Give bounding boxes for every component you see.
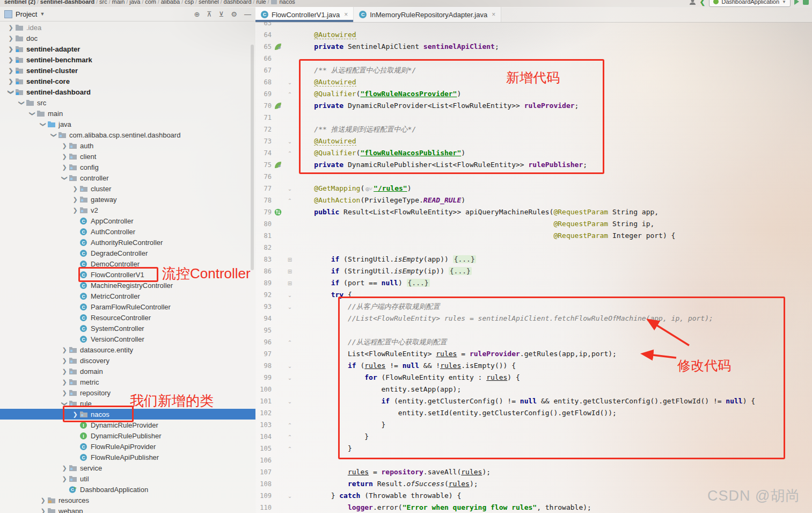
chevron-collapsed-icon[interactable]: ❯ [71,196,79,203]
code-line-65[interactable]: 65 private SentinelApiClient sentinelApi… [255,41,812,53]
tree-item-sentinel-dashboard[interactable]: ❯sentinel-dashboard [0,86,255,97]
breadcrumb-item[interactable]: alibaba [161,0,180,5]
chevron-collapsed-icon[interactable]: ❯ [60,475,69,482]
fold-marker-icon[interactable]: ⌄ [283,363,296,369]
chevron-collapsed-icon[interactable]: ❯ [60,389,69,396]
tree-item-nacos[interactable]: ❯nacos [0,409,255,420]
code-line-86[interactable]: 86⊞ if (StringUtil.isEmpty(ip)) {...} [255,265,812,277]
code-line-96[interactable]: 96⌃ //从远程配置中心获取规则配置 [255,336,812,348]
fold-marker-icon[interactable]: ⌄ [283,139,296,144]
code-line-100[interactable]: 100 entity.setApp(app); [255,384,812,395]
project-panel-title[interactable]: Project [16,10,37,18]
tree-item-flowruleapiprovider[interactable]: ❯CFlowRuleApiProvider [0,441,255,452]
tree-item-resources[interactable]: ❯resources [0,495,255,505]
chevron-collapsed-icon[interactable]: ❯ [71,185,79,192]
chevron-expanded-icon[interactable]: ❯ [29,109,36,118]
code-line-80[interactable]: 80 @RequestParam String ip, [255,218,812,230]
chevron-collapsed-icon[interactable]: ❯ [71,207,79,214]
code-line-69[interactable]: 69⌃ @Qualifier("flowRuleNacosProvider") [255,88,812,100]
code-line-72[interactable]: 72 /** 推送规则到远程配置中心*/ [255,124,812,135]
breadcrumb-item[interactable]: rule [256,0,266,5]
code-line-105[interactable]: 105⌃ } [255,443,812,454]
chevron-collapsed-icon[interactable]: ❯ [60,379,69,386]
code-line-107[interactable]: 107 rules = repository.saveAll(rules); [255,466,812,478]
chevron-collapsed-icon[interactable]: ❯ [60,357,69,364]
code-line-71[interactable]: 71 [255,112,812,124]
fold-marker-icon[interactable]: ⌃ [283,198,296,204]
tree-item-java[interactable]: ❯java [0,119,255,129]
code-line-101[interactable]: 101⌄ if (entity.getClusterConfig() != nu… [255,395,812,407]
run-configuration-select[interactable]: DashboardApplication ▼ [709,0,791,7]
tree-item-versioncontroller[interactable]: ❯CVersionController [0,334,255,344]
chevron-collapsed-icon[interactable]: ❯ [71,411,79,418]
chevron-collapsed-icon[interactable]: ❯ [6,24,15,31]
settings-gear-icon[interactable]: ⚙ [231,10,237,18]
chevron-collapsed-icon[interactable]: ❯ [60,164,69,171]
tab-flowcontrollerv1[interactable]: C FlowControllerV1.java × [255,7,354,22]
tree-item-appcontroller[interactable]: ❯CAppController [0,215,255,226]
tree-item-metriccontroller[interactable]: ❯CMetricController [0,291,255,301]
chevron-expanded-icon[interactable]: ❯ [40,120,47,128]
code-line-93[interactable]: 93⌄ //从客户端内存获取规则配置 [255,301,812,313]
breadcrumb-item[interactable]: csp [185,0,194,5]
breadcrumb-item[interactable]: java [129,0,140,5]
tree-item-authorityrulecontroller[interactable]: ❯CAuthorityRuleController [0,237,255,248]
chevron-expanded-icon[interactable]: ❯ [8,88,14,96]
folded-block-chip[interactable]: {...} [449,267,472,275]
code-line-103[interactable]: 103⌃ } [255,419,812,431]
tree-item-util[interactable]: ❯util [0,473,255,484]
locate-file-icon[interactable]: ⊕ [194,10,200,18]
tree-item-src[interactable]: ❯src [0,97,255,108]
close-tab-icon[interactable]: × [344,11,348,18]
tab-inmemoryrulerepositoryadapter[interactable]: C InMemoryRuleRepositoryAdapter.java × [354,7,501,22]
chevron-collapsed-icon[interactable]: ❯ [6,67,15,74]
tree-item-flowcontrollerv1[interactable]: ❯CFlowControllerV1 [0,269,255,280]
tree-item-domain[interactable]: ❯domain [0,366,255,377]
fold-marker-icon[interactable]: ⌄ [283,375,296,381]
code-line-92[interactable]: 92⌄ try { [255,289,812,301]
code-line-66[interactable]: 66 [255,53,812,64]
tree-item-auth[interactable]: ❯auth [0,140,255,151]
collapse-all-icon[interactable]: ⊻ [219,10,224,18]
run-button[interactable] [794,0,799,5]
code-line-76[interactable]: 76 [255,171,812,183]
chevron-collapsed-icon[interactable]: ❯ [6,35,15,42]
tree-item-v2[interactable]: ❯v2 [0,205,255,215]
code-line-109[interactable]: 109⌄ } catch (Throwable throwable) { [255,490,812,502]
code-line-94[interactable]: 94 //List<FlowRuleEntity> rules = sentin… [255,313,812,324]
chevron-collapsed-icon[interactable]: ❯ [60,153,69,160]
tree-item--idea[interactable]: ❯.idea [0,22,255,33]
tree-item-machineregistrycontroller[interactable]: ❯CMachineRegistryController [0,280,255,291]
code-editor[interactable]: 6364 @Autowired65 private SentinelApiCli… [255,17,812,513]
fold-marker-icon[interactable]: ⌃ [283,150,296,156]
chevron-expanded-icon[interactable]: ❯ [61,174,68,182]
fold-marker-icon[interactable]: ⌄ [283,80,296,85]
code-line-108[interactable]: 108 return Result.ofSuccess(rules); [255,478,812,490]
code-line-97[interactable]: 97 List<FlowRuleEntity> rules = ruleProv… [255,348,812,360]
chevron-collapsed-icon[interactable]: ❯ [60,142,69,149]
tree-item-com-alibaba-csp-sentinel-dashboard[interactable]: ❯com.alibaba.csp.sentinel.dashboard [0,129,255,140]
chevron-collapsed-icon[interactable]: ❯ [60,465,69,472]
tree-item-dashboardapplication[interactable]: ❯CDashboardApplication [0,484,255,495]
tree-item-config[interactable]: ❯config [0,162,255,172]
tree-item-sentinel-core[interactable]: ❯sentinel-core [0,76,255,86]
chevron-collapsed-icon[interactable]: ❯ [6,78,15,85]
tree-item-controller[interactable]: ❯controller [0,172,255,183]
fold-marker-icon[interactable]: ⌄ [283,186,296,192]
code-line-89[interactable]: 89⊞ if (port == null) {...} [255,277,812,289]
tree-item-sentinel-benchmark[interactable]: ❯sentinel-benchmark [0,54,255,65]
fold-marker-icon[interactable]: ⌃ [283,422,296,428]
close-tab-icon[interactable]: × [492,11,495,18]
tree-item-authcontroller[interactable]: ❯CAuthController [0,226,255,237]
fold-marker-icon[interactable]: ⌃ [283,91,296,97]
spring-bean-gutter-icon[interactable] [273,161,283,169]
chevron-collapsed-icon[interactable]: ❯ [39,508,47,513]
code-line-79[interactable]: 79 public Result<List<FlowRuleEntity>> a… [255,206,812,218]
tree-item-sentinel-adapter[interactable]: ❯sentinel-adapter [0,44,255,54]
fold-marker-icon[interactable]: ⌃ [283,339,296,345]
request-mapping-gutter-icon[interactable] [273,208,283,216]
tree-item-sentinel-cluster[interactable]: ❯sentinel-cluster [0,65,255,76]
tree-item-dynamicrulepublisher[interactable]: ❯IDynamicRulePublisher [0,430,255,441]
user-icon[interactable] [689,0,696,5]
breadcrumb-item[interactable]: com [145,0,156,5]
